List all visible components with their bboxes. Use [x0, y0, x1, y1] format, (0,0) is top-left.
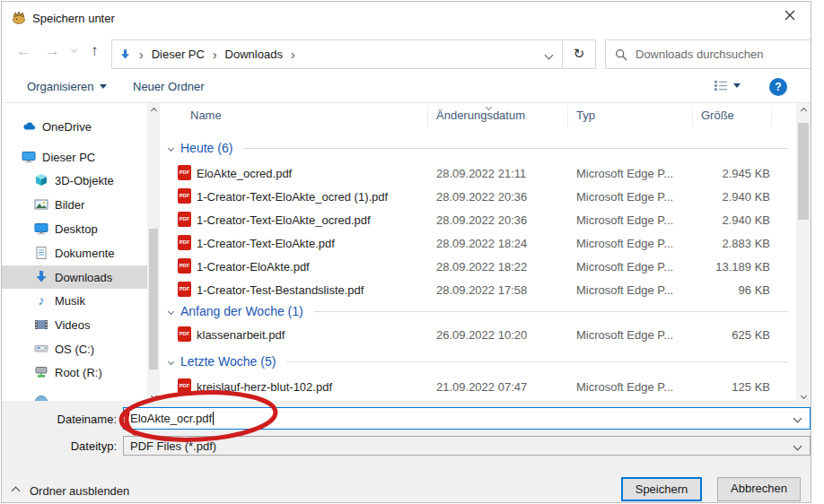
list-scrollbar-thumb[interactable] — [798, 123, 809, 220]
file-type: Microsoft Edge P... — [576, 283, 673, 297]
view-options-button[interactable] — [714, 80, 741, 91]
search-input[interactable] — [636, 48, 811, 61]
refresh-button[interactable]: ↻ — [562, 40, 595, 68]
file-size: 2.883 KB — [666, 237, 770, 250]
file-date: 28.09.2022 21:11 — [436, 167, 526, 180]
file-size: 2.945 KB — [666, 167, 770, 180]
new-folder-button[interactable]: Neuer Ordner — [133, 80, 204, 93]
sidebar-scrollbar[interactable] — [147, 103, 160, 401]
sidebar-item-root-r[interactable]: Root (R:) — [2, 361, 147, 384]
group-header-letzte-woche[interactable]: Letzte Woche (5) — [169, 352, 788, 371]
filename-input[interactable]: EloAkte_ocr.pdf — [123, 407, 811, 430]
file-date: 28.09.2022 18:22 — [436, 260, 527, 274]
sidebar-item-musik[interactable]: ♪ Musik — [2, 289, 147, 312]
group-collapse-icon — [168, 308, 174, 314]
downloads-location-icon — [119, 48, 131, 61]
filetype-value: PDF Files (*.pdf) — [130, 439, 216, 453]
file-date: 28.09.2022 17:58 — [436, 283, 527, 297]
refresh-icon: ↻ — [574, 46, 585, 61]
file-row[interactable]: PDF 1-Creator-Text-EloAkte_ocred.pdf 28.… — [163, 208, 792, 231]
file-date: 28.09.2022 18:24 — [436, 237, 527, 250]
sidebar-item-3d-objekte[interactable]: 3D-Objekte — [2, 169, 147, 192]
breadcrumb-separator: › — [291, 48, 295, 62]
pdf-file-icon: PDF — [178, 212, 191, 227]
videos-icon — [34, 317, 48, 332]
close-icon[interactable] — [778, 9, 802, 29]
breadcrumb-separator: › — [139, 48, 144, 62]
hide-folders-button[interactable]: Ordner ausblenden — [13, 484, 129, 498]
organize-button[interactable]: Organisieren — [27, 80, 107, 93]
column-header-date[interactable]: Änderungsdatum — [436, 109, 525, 122]
file-row[interactable]: PDF 1-Creator-Text-EloAkte_ocred (1).pdf… — [163, 185, 792, 208]
documents-icon — [34, 246, 48, 260]
pdf-file-icon: PDF — [178, 235, 191, 250]
hide-folders-label: Ordner ausblenden — [30, 484, 129, 498]
sidebar-item-dieser-pc[interactable]: Dieser PC — [2, 145, 147, 169]
forward-icon[interactable]: → — [45, 42, 60, 60]
filename-dropdown-chevron-icon[interactable] — [793, 414, 802, 423]
details-view-icon — [714, 80, 728, 91]
network-drive-icon — [34, 365, 48, 379]
desktop-icon — [34, 222, 48, 236]
column-header-name[interactable]: Name — [190, 109, 222, 122]
sidebar-item-videos[interactable]: Videos — [2, 313, 147, 336]
sidebar-item-downloads[interactable]: Downloads — [2, 265, 147, 289]
filetype-select[interactable]: PDF Files (*.pdf) — [123, 436, 811, 456]
file-size: 625 KB — [666, 328, 770, 342]
save-as-dialog: Speichern unter ← → ↑ › Dieser PC › Down… — [1, 1, 811, 503]
file-row[interactable]: PDF EloAkte_ocred.pdf 28.09.2022 21:11 M… — [163, 161, 792, 185]
breadcrumb-downloads[interactable]: Downloads — [225, 48, 283, 61]
breadcrumb-dieser-pc[interactable]: Dieser PC — [152, 48, 205, 61]
file-name: 1-Creator-Text-EloAkte.pdf — [197, 237, 335, 250]
filetype-dropdown-chevron-icon[interactable] — [793, 441, 802, 450]
sidebar-item-desktop[interactable]: Desktop — [2, 217, 147, 240]
sidebar-item-dokumente[interactable]: Dokumente — [2, 241, 147, 265]
pdf-file-icon: PDF — [178, 326, 191, 342]
sidebar-scrollbar-thumb[interactable] — [149, 229, 158, 369]
sidebar-item-onedrive[interactable]: OneDrive — [2, 115, 147, 138]
group-collapse-icon — [168, 144, 174, 151]
footer-panel: Dateiname: EloAkte_ocr.pdf Dateityp: PDF… — [2, 401, 811, 503]
group-header-heute[interactable]: Heute (6) — [169, 138, 788, 158]
column-header-type[interactable]: Typ — [576, 109, 595, 122]
address-bar[interactable]: › Dieser PC › Downloads › ↻ — [111, 39, 596, 69]
new-folder-label: Neuer Ordner — [133, 80, 204, 93]
chevron-down-icon — [733, 83, 741, 88]
address-dropdown-chevron-icon[interactable] — [545, 51, 554, 60]
save-button[interactable]: Speichern — [621, 477, 702, 501]
up-icon[interactable]: ↑ — [91, 42, 99, 60]
file-row[interactable]: PDF klassenarbeit.pdf 26.09.2022 10:20 M… — [163, 323, 792, 346]
sidebar-item-label: Videos — [55, 318, 91, 332]
search-box — [605, 39, 811, 69]
organize-label: Organisieren — [27, 80, 93, 93]
file-size: 125 KB — [666, 380, 770, 394]
group-collapse-icon — [168, 358, 174, 364]
file-type: Microsoft Edge P... — [576, 237, 673, 250]
group-label: Letzte Woche (5) — [180, 354, 276, 369]
help-button[interactable]: ? — [769, 78, 787, 96]
cancel-button[interactable]: Abbrechen — [717, 477, 801, 501]
file-date: 26.09.2022 10:20 — [436, 328, 527, 342]
sidebar-item-partial[interactable] — [2, 390, 147, 401]
pdf-file-icon: PDF — [178, 282, 191, 297]
file-row[interactable]: PDF 1-Creator-EloAkte.pdf 28.09.2022 18:… — [163, 255, 792, 278]
3d-objects-icon — [34, 173, 48, 187]
sidebar-item-os-c[interactable]: OS (C:) — [2, 337, 147, 361]
recent-locations-chevron-icon[interactable] — [71, 47, 77, 53]
file-row[interactable]: PDF 1-Creator-Test-Bestandsliste.pdf 28.… — [163, 278, 792, 301]
list-scrollbar[interactable] — [796, 103, 811, 401]
chevron-down-icon — [100, 84, 107, 89]
file-size: 2.940 KB — [666, 213, 770, 227]
back-icon[interactable]: ← — [16, 42, 31, 60]
file-row[interactable]: PDF kreislauf-herz-blut-102.pdf 21.09.20… — [163, 375, 792, 398]
file-date: 28.09.2022 20:36 — [436, 213, 527, 227]
navigation-bar: ← → ↑ › Dieser PC › Downloads › ↻ — [2, 34, 811, 74]
column-header-size[interactable]: Größe — [701, 109, 734, 122]
chevron-up-icon — [12, 487, 21, 496]
file-row[interactable]: PDF 1-Creator-Text-EloAkte.pdf 28.09.202… — [163, 231, 792, 255]
group-label: Heute (6) — [180, 141, 232, 155]
file-type: Microsoft Edge P... — [576, 213, 673, 227]
file-name: klassenarbeit.pdf — [197, 328, 285, 342]
sidebar-item-bilder[interactable]: Bilder — [2, 193, 147, 216]
group-header-anfang-der-woche[interactable]: Anfang der Woche (1) — [169, 301, 788, 321]
